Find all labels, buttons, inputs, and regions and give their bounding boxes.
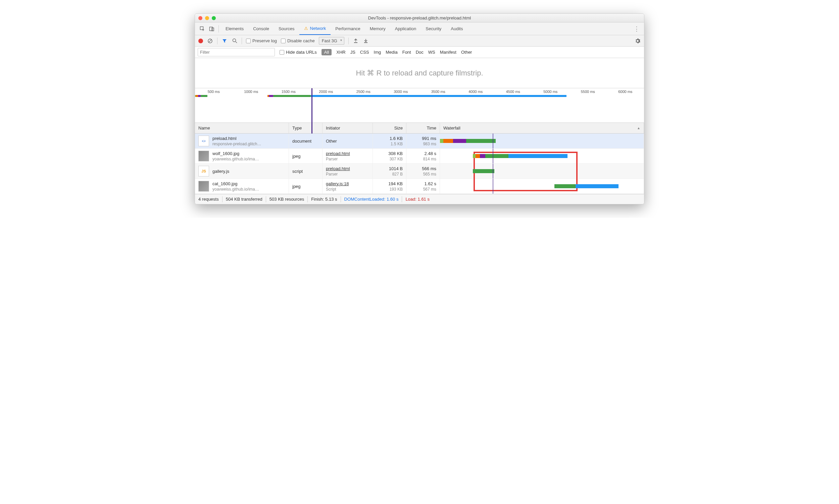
- tab-performance[interactable]: Performance: [331, 22, 365, 35]
- tab-memory[interactable]: Memory: [365, 22, 390, 35]
- panel-tabs: ElementsConsoleSources⚠NetworkPerformanc…: [195, 22, 644, 35]
- filter-type-font[interactable]: Font: [403, 50, 411, 55]
- table-row[interactable]: cat_1600.jpgyoavweiss.github.io/ima…jpeg…: [195, 179, 644, 194]
- filter-type-img[interactable]: Img: [374, 50, 381, 55]
- tab-sources[interactable]: Sources: [274, 22, 299, 35]
- search-icon[interactable]: [232, 38, 238, 44]
- filter-type-media[interactable]: Media: [386, 50, 397, 55]
- disable-cache-label: Disable cache: [287, 38, 315, 43]
- filmstrip-area: Hit ⌘ R to reload and capture filmstrip.: [195, 58, 644, 88]
- column-waterfall[interactable]: Waterfall▲: [440, 123, 644, 133]
- network-toolbar: Preserve log Disable cache Fast 3G: [195, 35, 644, 47]
- import-har-icon[interactable]: [353, 38, 359, 44]
- throttling-select[interactable]: Fast 3G: [319, 37, 344, 44]
- clear-button[interactable]: [207, 38, 213, 44]
- filter-icon[interactable]: [221, 38, 228, 44]
- request-table: <>preload.htmlresponsive-preload.glitch……: [195, 133, 644, 194]
- table-header: Name Type Initiator Size Time Waterfall▲: [195, 123, 644, 133]
- column-type[interactable]: Type: [289, 123, 322, 133]
- status-resources: 503 KB resources: [269, 197, 304, 202]
- status-dcl: DOMContentLoaded: 1.60 s: [344, 197, 399, 202]
- filter-type-ws[interactable]: WS: [428, 50, 435, 55]
- table-row[interactable]: JSgallery.jsscriptpreload.htmlParser1014…: [195, 164, 644, 179]
- column-name[interactable]: Name: [195, 123, 289, 133]
- inspect-element-icon[interactable]: [198, 24, 207, 34]
- file-html-icon: <>: [198, 136, 209, 146]
- filter-type-all[interactable]: All: [322, 49, 332, 55]
- svg-rect-8: [364, 42, 368, 43]
- export-har-icon[interactable]: [363, 38, 369, 44]
- svg-point-5: [233, 39, 236, 42]
- svg-line-6: [236, 42, 237, 43]
- timeline-overview[interactable]: 500 ms1000 ms1500 ms2000 ms2500 ms3000 m…: [195, 88, 644, 123]
- waterfall-cell: [440, 164, 644, 179]
- status-load: Load: 1.61 s: [406, 197, 430, 202]
- svg-rect-7: [354, 42, 357, 43]
- record-button[interactable]: [198, 39, 203, 43]
- waterfall-cell: [440, 179, 644, 194]
- column-initiator[interactable]: Initiator: [322, 123, 373, 133]
- tab-application[interactable]: Application: [390, 22, 421, 35]
- titlebar: DevTools - responsive-preload.glitch.me/…: [195, 14, 644, 22]
- tab-elements[interactable]: Elements: [221, 22, 248, 35]
- table-row[interactable]: <>preload.htmlresponsive-preload.glitch……: [195, 133, 644, 149]
- preserve-log-label: Preserve log: [252, 38, 277, 43]
- filter-type-other[interactable]: Other: [461, 50, 472, 55]
- tab-network[interactable]: ⚠Network: [299, 22, 331, 35]
- file-img-icon: [198, 181, 209, 192]
- waterfall-cell: [440, 149, 644, 163]
- filter-input[interactable]: [198, 48, 275, 56]
- file-js-icon: JS: [198, 166, 209, 177]
- window-title: DevTools - responsive-preload.glitch.me/…: [195, 15, 644, 20]
- waterfall-cell: [440, 133, 644, 148]
- filmstrip-hint: Hit ⌘ R to reload and capture filmstrip.: [356, 69, 483, 77]
- filter-bar: Hide data URLs AllXHRJSCSSImgMediaFontDo…: [195, 47, 644, 58]
- disable-cache-checkbox[interactable]: Disable cache: [281, 38, 315, 43]
- filter-type-doc[interactable]: Doc: [416, 50, 424, 55]
- warning-icon: ⚠: [304, 26, 308, 31]
- file-img-icon: [198, 151, 209, 161]
- column-size[interactable]: Size: [373, 123, 406, 133]
- preserve-log-checkbox[interactable]: Preserve log: [246, 38, 277, 43]
- devtools-window: DevTools - responsive-preload.glitch.me/…: [195, 14, 644, 204]
- table-row[interactable]: wolf_1600.jpgyoavweiss.github.io/ima…jpe…: [195, 149, 644, 164]
- status-finish: Finish: 5.13 s: [311, 197, 337, 202]
- more-tabs-button[interactable]: ⋮: [632, 25, 641, 33]
- settings-gear-icon[interactable]: [635, 38, 641, 44]
- svg-line-4: [209, 40, 211, 42]
- filter-type-css[interactable]: CSS: [360, 50, 369, 55]
- tab-security[interactable]: Security: [421, 22, 446, 35]
- filter-type-xhr[interactable]: XHR: [336, 50, 345, 55]
- tab-console[interactable]: Console: [248, 22, 274, 35]
- filter-type-js[interactable]: JS: [350, 50, 355, 55]
- column-time[interactable]: Time: [406, 123, 440, 133]
- status-transferred: 504 KB transferred: [226, 197, 263, 202]
- filter-type-manifest[interactable]: Manifest: [440, 50, 457, 55]
- status-requests: 4 requests: [198, 197, 219, 202]
- svg-rect-1: [210, 27, 213, 31]
- tab-audits[interactable]: Audits: [446, 22, 467, 35]
- device-toolbar-icon[interactable]: [207, 24, 216, 34]
- hide-data-urls-checkbox[interactable]: Hide data URLs: [280, 50, 317, 55]
- sort-indicator-icon: ▲: [637, 126, 640, 130]
- status-bar: 4 requests 504 KB transferred 503 KB res…: [195, 194, 644, 204]
